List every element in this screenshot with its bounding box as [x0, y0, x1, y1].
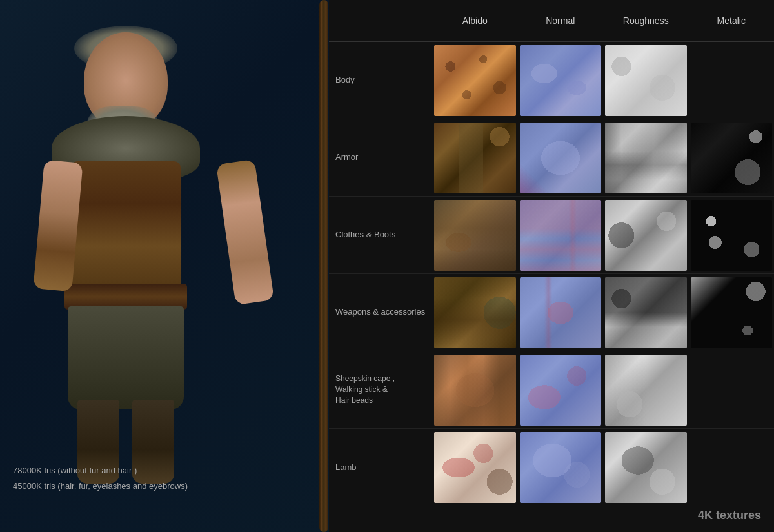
- label-lamb: Lamb: [329, 462, 432, 473]
- character-info: 78000K tris (without fur and hair ) 4500…: [13, 463, 188, 493]
- texture-rows-container: Body Armor Clothes & Boots Weapons & acc…: [329, 42, 774, 532]
- label-body: Body: [329, 74, 432, 86]
- column-headers: Albido Normal Roughness Metalic: [329, 0, 774, 42]
- char-lower-armor: [68, 306, 184, 409]
- tex-lamb-normal: [520, 432, 602, 503]
- tex-clothes-normal: [520, 200, 602, 271]
- character-panel: 78000K tris (without fur and hair ) 4500…: [0, 0, 329, 532]
- char-arm-right: [216, 159, 274, 305]
- tex-clothes-roughness: [605, 200, 687, 271]
- row-sheepskin: Sheepskin cape , Walking stick & Hair be…: [329, 351, 774, 429]
- col-header-albido: Albido: [432, 15, 518, 26]
- tex-armor-albedo: [434, 123, 516, 193]
- tex-clothes-metalic: [691, 200, 773, 271]
- texture-panel: Albido Normal Roughness Metalic Body Arm…: [329, 0, 774, 532]
- stat-tris-hair: 45000K tris (hair, fur, eyelashes and ey…: [13, 478, 188, 493]
- tex-armor-roughness: [605, 123, 687, 193]
- tex-clothes-albedo: [434, 200, 516, 271]
- tex-body-roughness: [605, 45, 687, 116]
- char-torso: [71, 161, 181, 303]
- row-armor: Armor: [329, 119, 774, 197]
- tex-armor-normal: [520, 123, 602, 193]
- col-header-normal: Normal: [518, 15, 604, 26]
- tex-weapons-albedo: [434, 277, 516, 348]
- char-belt: [64, 284, 187, 310]
- tex-body-normal: [520, 45, 602, 116]
- tex-body-metalic-empty: [691, 45, 773, 116]
- tex-sheep-roughness: [605, 355, 687, 426]
- tex-sheep-albedo: [434, 355, 516, 426]
- stat-tris-body: 78000K tris (without fur and hair ): [13, 463, 188, 478]
- label-weapons: Weapons & accessories: [329, 306, 432, 318]
- staff-prop: [319, 0, 328, 532]
- label-sheepskin: Sheepskin cape , Walking stick & Hair be…: [329, 373, 432, 406]
- row-body: Body: [329, 42, 774, 119]
- tex-body-albedo: [434, 45, 516, 116]
- tex-lamb-roughness: [605, 432, 687, 503]
- row-lamb: Lamb: [329, 429, 774, 506]
- tex-armor-metalic: [691, 123, 773, 193]
- label-clothes: Clothes & Boots: [329, 229, 432, 241]
- tex-sheep-normal: [520, 355, 602, 426]
- character-figure: [19, 13, 290, 477]
- label-armor: Armor: [329, 152, 432, 163]
- tex-sheep-metalic-empty: [691, 355, 773, 426]
- row-clothes: Clothes & Boots: [329, 197, 774, 274]
- row-weapons: Weapons & accessories: [329, 274, 774, 351]
- tex-weapons-normal: [520, 277, 602, 348]
- tex-lamb-albedo: [434, 432, 516, 503]
- tex-weapons-metalic: [691, 277, 773, 348]
- tex-weapons-roughness: [605, 277, 687, 348]
- col-header-metalic: Metalic: [689, 15, 775, 26]
- col-header-roughness: Roughness: [603, 15, 689, 26]
- watermark-text: 4K textures: [698, 509, 761, 522]
- tex-lamb-metalic-empty: [691, 432, 773, 503]
